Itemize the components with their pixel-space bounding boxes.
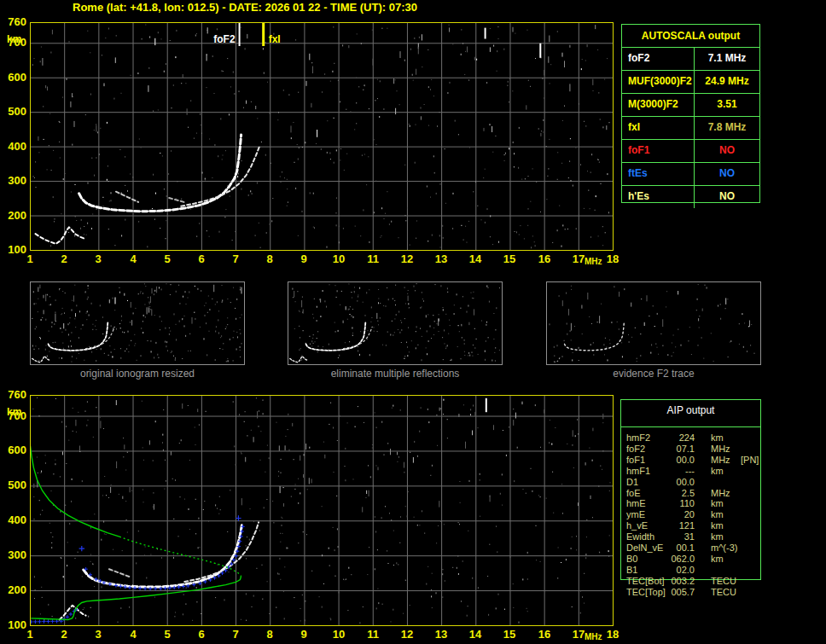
parameter-value: NO [695,186,759,208]
oblique-fragment-1-trace [109,569,131,577]
parameter-unit: TECU [711,576,736,587]
parameter-value: 3.51 [695,94,759,116]
thumbnail-evidence-f2-trace [546,281,761,365]
x-axis-tick-3: 3 [85,628,111,641]
electron-density-profile-lower-trace [31,576,241,619]
table-row-yme: ymE20km [621,509,760,520]
mini-trace [49,322,108,351]
parameter-value: 062.0 [647,554,695,565]
x-axis-tick-10: 10 [326,252,352,265]
ionogram-top-canvas: foF2fxI [30,22,614,251]
parameter-unit: MHz [711,455,730,466]
parameter-unit: km [711,509,724,520]
parameter-value: 07.1 [647,444,695,455]
thumbnail-border [31,282,245,365]
x-axis-unit: MHz [585,632,602,641]
bright-noise-streak [539,44,541,58]
y-axis-tick-300: 300 [1,175,26,187]
parameter-value: 003.2 [647,576,695,587]
parameter-label: hmE [626,498,646,509]
y-axis-tick-400: 400 [1,141,26,153]
thumb-2-canvas [546,281,761,365]
autoscala-table-rows: foF27.1 MHzMUF(3000)F224.9 MHzM(3000)F23… [622,48,759,208]
parameter-unit: TECU [711,587,736,598]
x-axis-tick-15: 15 [497,628,522,641]
y-axis-tick-600: 600 [1,444,26,456]
x-axis-tick-6: 6 [189,252,214,265]
x-axis-tick-6: 6 [189,628,214,641]
table-row-d1: D100.0 [621,477,760,488]
parameter-unit: km [711,466,724,477]
marker-label-fxi: fxI [269,33,281,45]
y-axis-tick-200: 200 [1,210,26,222]
x-axis-tick-18: 18 [600,628,625,641]
echo-noise [32,397,610,624]
table-row-fof1: foF1NO [622,139,759,162]
oblique-fragment-2-trace [169,198,186,203]
x-axis-tick-12: 12 [394,628,420,641]
thumbnail-caption: evidence F2 trace [546,368,761,380]
ionogram-plot-top: foF2fxI [30,22,614,251]
x-axis-tick-16: 16 [532,628,557,641]
x-axis-tick-9: 9 [291,252,317,265]
parameter-value: 7.8 MHz [695,117,759,139]
grid-lines [30,395,614,626]
x-axis-tick-11: 11 [360,252,386,265]
x-axis-tick-1: 1 [17,252,43,265]
parameter-note: [PN] [741,455,759,466]
mini-trace [565,322,625,351]
y-axis-tick-500: 500 [1,106,26,118]
aip-table-divider [621,426,760,427]
y-axis-tick-300: 300 [1,549,26,561]
x-axis-tick-16: 16 [532,252,557,265]
x-axis-tick-7: 7 [223,252,248,265]
parameter-unit: MHz [711,444,730,455]
y-axis-tick-760: 760 [1,389,26,401]
parameter-label: M(3000)F2 [622,94,695,116]
thumbnail-caption: original ionogram resized [30,368,245,380]
parameter-value: 121 [647,520,695,531]
table-row-hme: hmE110km [621,498,760,509]
table-row-deln-ve: DelN_vE00.1m^(-3) [621,542,760,554]
parameter-label: ymE [626,509,645,520]
x-axis-tick-14: 14 [462,252,488,265]
x-axis-tick-2: 2 [51,252,77,265]
x-axis-tick-11: 11 [360,628,386,641]
table-row-fof2: foF27.1 MHz [622,48,759,70]
table-row-h-ve: h_vE121km [621,520,760,531]
y-axis-tick-760: 760 [1,16,26,28]
aip-output-table: AIP output hmF2224kmfoF207.1MHzfoF100.0M… [620,399,761,580]
y-axis-tick-200: 200 [1,584,26,596]
parameter-value: 02.0 [647,565,695,576]
scaled-f2-trace-trace [84,525,244,590]
autoscala-output-table: AUTOSCALA output foF27.1 MHzMUF(3000)F22… [621,24,760,203]
parameter-label: MUF(3000)F2 [622,71,695,93]
electron-density-profile-upper-trace [31,446,120,537]
parameter-value: --- [647,466,695,477]
mini-trace [32,357,50,363]
parameter-label: B1 [626,565,637,576]
parameter-label: foF2 [626,444,645,455]
x-axis-tick-2: 2 [51,628,77,641]
table-row-foe: foE2.5MHz [621,488,760,499]
parameter-label: foF1 [622,140,695,162]
table-row-b1: B102.0 [621,565,760,576]
table-row-fxi: fxI7.8 MHz [622,116,759,139]
parameter-value: NO [695,163,759,185]
parameter-label: B0 [626,554,637,565]
parameter-label: foE [626,488,641,499]
x-axis-tick-10: 10 [326,628,352,641]
table-row-muf-3000-f2: MUF(3000)F224.9 MHz [622,70,759,93]
x-axis-tick-13: 13 [428,252,454,265]
ionogram-plot-bottom [30,395,614,626]
mini-trace [554,357,561,363]
parameter-label: fxI [622,117,695,139]
table-row-hmf2: hmF2224km [621,432,760,444]
y-axis-unit: km [7,33,21,45]
parameter-value: 110 [647,498,695,509]
f2-trace-extraordinary-trace [181,147,259,206]
parameter-label: h_vE [626,520,648,531]
parameter-value: 00.0 [647,455,695,466]
table-row-ewidth: Ewidth31km [621,531,760,542]
x-axis-tick-4: 4 [120,252,146,265]
